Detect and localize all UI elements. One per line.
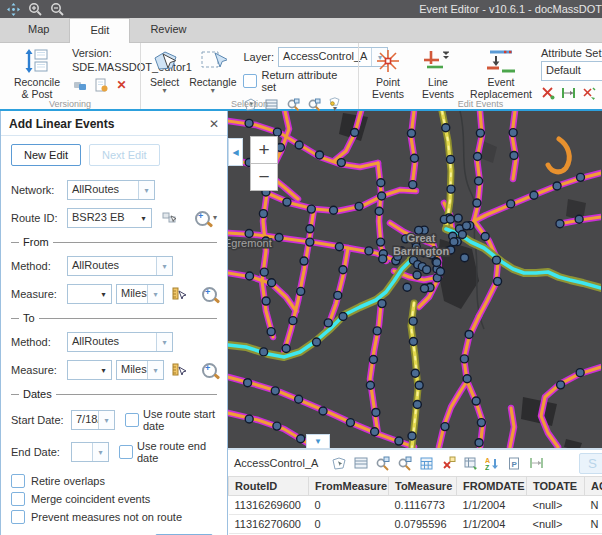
point-events-button[interactable]: Point Events (363, 45, 413, 102)
end-date-value (72, 443, 92, 461)
group-versioning: Reconcile & Post Version: SDE.MASSDOT_ed… (0, 43, 140, 109)
table-cell: N (585, 515, 602, 534)
start-date-caret-icon: ▾ (98, 411, 114, 429)
table-header-row: RouteIDFromMeasureToMeasureFROMDATETODAT… (229, 477, 602, 496)
attribute-table: RouteIDFromMeasureToMeasureFROMDATETODAT… (228, 476, 602, 534)
table-column-header[interactable]: TODATE (527, 477, 585, 496)
table-layer-name[interactable]: AccessControl_A (234, 457, 318, 469)
svg-text:Z: Z (485, 464, 490, 471)
attribute-set-dropdown[interactable]: Default ▾ (541, 61, 602, 81)
ribbon-tabs: Map Edit Review (0, 18, 602, 43)
table-column-header[interactable]: FromMeasure (309, 477, 389, 496)
to-unit-dropdown[interactable]: Miles ▾ (116, 360, 164, 380)
use-route-end-date-label: Use route end date (137, 440, 217, 464)
table-clear-selection-icon[interactable] (441, 456, 456, 471)
change-version-icon[interactable] (72, 77, 87, 92)
table-zoom-selected-icon[interactable] (375, 456, 390, 471)
zoom-in-icon[interactable] (28, 2, 42, 16)
table-row[interactable]: 1131626960000.11167731/1/2004<null>N (229, 496, 602, 515)
route-zoom-tool[interactable]: + ▾ (195, 211, 217, 226)
to-method-value: AllRoutes (68, 333, 156, 351)
next-edit-button[interactable]: Next Edit (89, 144, 160, 166)
from-zoom-icon[interactable]: + (202, 287, 217, 302)
retire-overlaps-checkbox[interactable] (11, 474, 25, 488)
route-id-label: Route ID: (11, 212, 63, 224)
to-method-dropdown[interactable]: AllRoutes ▾ (67, 332, 173, 352)
use-route-start-date-checkbox[interactable] (125, 413, 139, 427)
rectangle-button[interactable]: Rectangle ▾ (184, 45, 241, 96)
table-calculate-icon[interactable] (419, 456, 434, 471)
ribbon: Reconcile & Post Version: SDE.MASSDOT_ed… (0, 43, 602, 111)
map-canvas[interactable]: EgremontGreatBarrington (228, 111, 601, 448)
table-select-icon[interactable] (331, 456, 346, 471)
table-list-icon[interactable] (353, 456, 368, 471)
select-button[interactable]: Select ▾ (145, 45, 184, 96)
select-icon (151, 47, 179, 75)
use-route-end-date-checkbox[interactable] (119, 445, 133, 459)
end-date-input[interactable]: ▾ (71, 442, 109, 462)
table-sort-icon[interactable]: AZ (485, 456, 500, 471)
table-measure-icon[interactable] (529, 456, 544, 471)
network-caret-icon: ▾ (138, 181, 154, 199)
window-title: Event Editor - v10.6.1 - docMassDOTN (419, 3, 602, 15)
from-unit-value: Miles (117, 285, 147, 303)
from-measure-input[interactable]: ▾ (67, 284, 112, 304)
end-date-label: End Date: (11, 446, 67, 458)
rectangle-select-icon (199, 47, 227, 75)
measure-event-icon[interactable] (561, 85, 576, 100)
new-edit-button[interactable]: New Edit (11, 144, 81, 166)
merge-event-icon[interactable] (582, 85, 596, 100)
collapse-table-button[interactable]: ▼ (306, 434, 330, 448)
map-viewport[interactable]: EgremontGreatBarrington ◀ + − ▼ (228, 111, 602, 448)
merge-coincident-events-checkbox[interactable] (11, 492, 25, 506)
pan-icon[interactable] (6, 2, 20, 16)
new-version-icon[interactable] (93, 77, 108, 92)
table-add-row-icon[interactable] (463, 456, 478, 471)
table-column-header[interactable]: ToMeasure (389, 477, 457, 496)
network-dropdown[interactable]: AllRoutes ▾ (67, 180, 155, 200)
map-zoom-in-button[interactable]: + (250, 136, 278, 164)
table-row[interactable]: 1131627060000.07955961/1/2004<null>N (229, 515, 602, 534)
reconcile-post-button[interactable]: Reconcile & Post (4, 45, 70, 102)
delete-version-icon[interactable]: ✕ (114, 77, 129, 92)
prevent-measures-checkbox[interactable] (11, 510, 25, 524)
zoom-out-icon[interactable] (50, 2, 64, 16)
panel-title: Add Linear Events (9, 117, 114, 131)
collapse-panel-left-button[interactable]: ◀ (228, 138, 243, 166)
return-attribute-set-checkbox[interactable] (243, 74, 257, 88)
from-method-dropdown[interactable]: AllRoutes ▾ (67, 256, 173, 276)
from-measure-on-map-icon[interactable] (172, 287, 186, 302)
table-column-header[interactable]: AC (585, 477, 602, 496)
start-date-input[interactable]: 7/18/ ▾ (71, 410, 115, 430)
select-route-on-map-icon[interactable] (162, 211, 177, 226)
to-section-legend: To (11, 312, 217, 324)
table-pan-selected-icon[interactable] (397, 456, 412, 471)
line-events-button[interactable]: Line Events (413, 45, 463, 102)
table-disabled-button[interactable]: S (579, 453, 602, 474)
split-event-icon[interactable] (541, 85, 555, 100)
svg-text:A: A (485, 457, 490, 464)
route-id-dropdown[interactable]: BSR23 EB ▾ (67, 208, 152, 228)
to-zoom-icon[interactable]: + (202, 363, 217, 378)
table-report-icon[interactable]: P (507, 456, 522, 471)
from-unit-dropdown[interactable]: Miles ▾ (116, 284, 164, 304)
route-id-caret-icon: ▾ (136, 209, 151, 227)
return-attribute-set-label: Return attribute set (261, 69, 352, 93)
tab-review[interactable]: Review (130, 18, 206, 42)
to-method-caret-icon: ▾ (156, 333, 172, 351)
from-method-caret-icon: ▾ (156, 257, 172, 275)
to-measure-input[interactable]: ▾ (67, 360, 112, 380)
table-cell: 0 (309, 515, 389, 534)
rectangle-caret-icon: ▾ (211, 88, 215, 94)
tab-map[interactable]: Map (8, 18, 69, 42)
attribute-set-label: Attribute Set: (541, 47, 596, 59)
table-cell: 11316269600 (229, 496, 309, 515)
event-replacement-button[interactable]: Event Replacement (463, 45, 539, 102)
table-column-header[interactable]: FROMDATE (457, 477, 527, 496)
from-unit-caret-icon: ▾ (147, 285, 163, 303)
table-column-header[interactable]: RouteID (229, 477, 309, 496)
map-zoom-out-button[interactable]: − (250, 163, 278, 191)
close-panel-icon[interactable]: ✕ (209, 117, 219, 131)
tab-edit[interactable]: Edit (69, 18, 130, 43)
to-measure-on-map-icon[interactable] (172, 363, 186, 378)
